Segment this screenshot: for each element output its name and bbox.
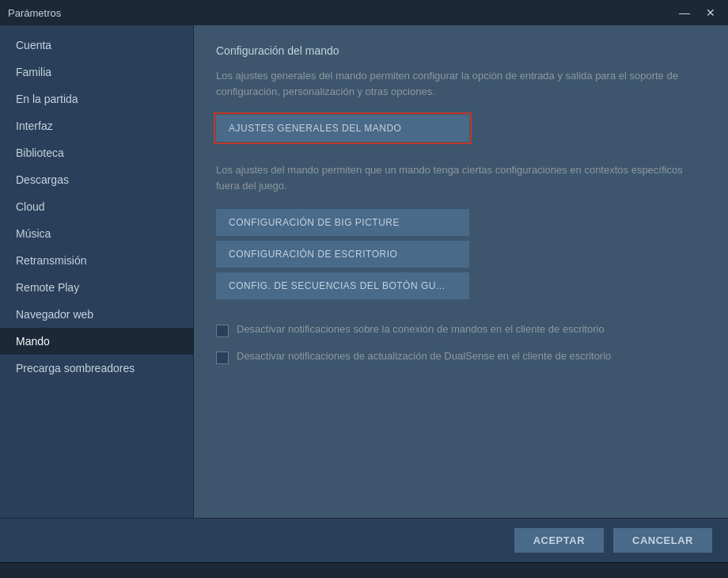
sidebar-item-retransmision[interactable]: Retransmisión	[0, 247, 193, 274]
checkbox-row-conexion: Desactivar notificaciones sobre la conex…	[216, 323, 706, 337]
main-content: Configuración del mando Los ajustes gene…	[194, 25, 728, 518]
btn-secuencias[interactable]: CONFIG. DE SECUENCIAS DEL BOTÓN GU...	[216, 272, 469, 299]
accept-button[interactable]: ACEPTAR	[514, 528, 604, 553]
title-bar: Parámetros — ✕	[0, 0, 728, 25]
sidebar-item-en-la-partida[interactable]: En la partida	[0, 86, 193, 112]
footer: ACEPTAR CANCELAR	[0, 518, 728, 562]
checkbox-notificaciones-conexion[interactable]	[216, 325, 229, 337]
close-button[interactable]: ✕	[701, 5, 720, 21]
sidebar-item-musica[interactable]: Música	[0, 220, 193, 247]
content-area: Cuenta Familia En la partida Interfaz Bi…	[0, 25, 728, 518]
sidebar-item-biblioteca[interactable]: Biblioteca	[0, 139, 193, 166]
sidebar-item-descargas[interactable]: Descargas	[0, 166, 193, 193]
description-general: Los ajustes generales del mando permiten…	[216, 68, 706, 99]
cancel-button[interactable]: CANCELAR	[613, 528, 712, 553]
section-title: Configuración del mando	[216, 44, 706, 57]
checkbox-row-dualsense: Desactivar notificaciones de actualizaci…	[216, 350, 706, 364]
sidebar-item-cuenta[interactable]: Cuenta	[0, 32, 193, 59]
sidebar-item-mando[interactable]: Mando	[0, 328, 193, 355]
checkbox-label-dualsense: Desactivar notificaciones de actualizaci…	[237, 350, 611, 362]
description-specific: Los ajustes del mando permiten que un ma…	[216, 162, 706, 193]
btn-escritorio[interactable]: CONFIGURACIÓN DE ESCRITORIO	[216, 241, 469, 268]
bottom-bar	[0, 562, 728, 578]
sidebar-item-remote-play[interactable]: Remote Play	[0, 274, 193, 301]
btn-big-picture[interactable]: CONFIGURACIÓN DE BIG PICTURE	[216, 209, 469, 236]
sidebar-item-precarga-sombreadores[interactable]: Precarga sombreadores	[0, 355, 193, 382]
sidebar: Cuenta Familia En la partida Interfaz Bi…	[0, 25, 194, 518]
sidebar-item-familia[interactable]: Familia	[0, 59, 193, 86]
btn-ajustes-generales[interactable]: AJUSTES GENERALES DEL MANDO	[216, 115, 469, 142]
sidebar-item-interfaz[interactable]: Interfaz	[0, 112, 193, 139]
window-title: Parámetros	[8, 7, 61, 19]
title-bar-controls: — ✕	[674, 5, 720, 21]
checkbox-notificaciones-dualsense[interactable]	[216, 352, 229, 364]
checkbox-label-conexion: Desactivar notificaciones sobre la conex…	[237, 323, 605, 335]
minimize-button[interactable]: —	[674, 5, 695, 21]
sidebar-item-navegador-web[interactable]: Navegador web	[0, 301, 193, 328]
settings-window: Parámetros — ✕ Cuenta Familia En la part…	[0, 0, 728, 578]
sidebar-item-cloud[interactable]: Cloud	[0, 193, 193, 220]
